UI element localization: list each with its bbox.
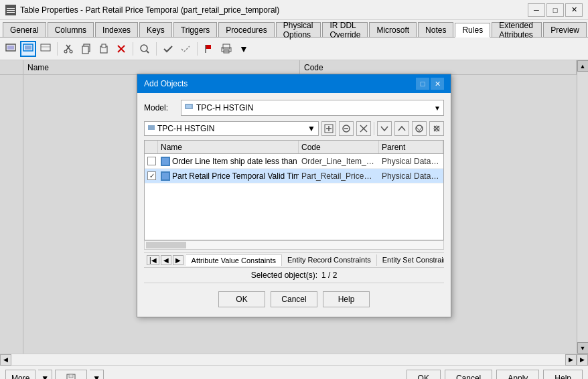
row1-name: Order Line Item ship date less than or e… — [158, 156, 299, 167]
filter-separator — [374, 122, 374, 135]
dialog-tab-attribute-value[interactable]: Attribute Value Constaints — [186, 254, 282, 266]
dialog-body: Model: TPC-H HSTGIN ▼ TPC-H HSTGIN ▼ — [137, 93, 451, 317]
toolbar-btn-2[interactable] — [20, 41, 36, 57]
tab-bar: General Columns Indexes Keys Triggers Pr… — [0, 20, 588, 37]
object-row-2[interactable]: Part Retail Price Temporal Valid Time Pa… — [145, 169, 443, 183]
tab-columns[interactable]: Columns — [48, 22, 94, 37]
title-bar: Table Properties - Part Retail Price Tem… — [0, 0, 588, 20]
object-row-1[interactable]: Order Line Item ship date less than or e… — [145, 154, 443, 169]
copy-button[interactable] — [78, 41, 94, 57]
dialog-title-bar: Add Objects □ ✕ — [137, 74, 451, 93]
filter-btn-7[interactable] — [429, 121, 444, 136]
tab-extended-attributes[interactable]: Extended Attributes — [492, 22, 542, 37]
check-button[interactable] — [160, 41, 176, 57]
filter-btn-2[interactable] — [339, 121, 354, 136]
filter-dropdown-icon: ▼ — [307, 124, 315, 133]
scroll-left-button[interactable]: ◀ — [0, 354, 11, 366]
filter-combo[interactable]: TPC-H HSTGIN ▼ — [144, 121, 319, 136]
dialog-tab-entity-record[interactable]: Entity Record Constraints — [282, 254, 377, 266]
print-button[interactable] — [218, 41, 234, 57]
help-button[interactable]: Help — [323, 291, 370, 307]
corner-button[interactable]: ▶ — [577, 354, 588, 366]
save-dropdown-button[interactable]: ▼ — [90, 370, 104, 380]
dialog-close-button[interactable]: ✕ — [431, 78, 444, 90]
row1-checkbox[interactable] — [147, 157, 156, 165]
checkbox-col-header — [145, 141, 158, 153]
main-ok-button[interactable]: OK — [407, 370, 441, 380]
dialog-title-text: Add Objects — [144, 79, 188, 88]
modal-overlay: Add Objects □ ✕ Model: TPC-H HSTGIN ▼ — [0, 60, 588, 354]
svg-rect-15 — [82, 46, 88, 54]
main-help-button[interactable]: Help — [543, 370, 583, 380]
filter-btn-5[interactable] — [394, 121, 409, 136]
tab-ir-ddl-override[interactable]: IR DDL Override — [322, 22, 368, 37]
tab-procedures[interactable]: Procedures — [218, 22, 274, 37]
tab-triggers[interactable]: Triggers — [173, 22, 218, 37]
row2-icon — [161, 171, 170, 181]
model-select[interactable]: TPC-H HSTGIN ▼ — [181, 100, 444, 116]
dialog-tab-list: Attribute Value Constaints Entity Record… — [186, 254, 444, 266]
tab-prev-button[interactable]: ◀ — [161, 255, 171, 265]
row2-checkbox[interactable] — [147, 171, 156, 180]
svg-rect-7 — [25, 46, 31, 50]
filter-btn-3[interactable] — [356, 121, 371, 136]
tab-general[interactable]: General — [3, 22, 46, 37]
ok-button[interactable]: OK — [218, 291, 265, 307]
scroll-right-button[interactable]: ▶ — [565, 354, 577, 366]
tab-next-button[interactable]: ▶ — [173, 255, 183, 265]
add-objects-dialog: Add Objects □ ✕ Model: TPC-H HSTGIN ▼ — [137, 74, 451, 317]
dialog-maximize-button[interactable]: □ — [416, 78, 429, 90]
row1-code: Order_Line_Item_shi... — [299, 156, 379, 167]
code-col-header: Code — [299, 141, 379, 153]
svg-rect-17 — [102, 44, 106, 48]
separator-4 — [197, 42, 198, 56]
uncheck-button[interactable] — [177, 41, 194, 57]
toolbar-btn-1[interactable] — [3, 41, 19, 57]
row1-icon — [161, 157, 170, 166]
tab-first-button[interactable]: |◀ — [147, 255, 159, 265]
more-dropdown-button[interactable]: ▼ — [38, 370, 52, 380]
toolbar-btn-3[interactable] — [38, 41, 54, 57]
tab-keys[interactable]: Keys — [139, 22, 172, 37]
search-button[interactable] — [137, 41, 153, 57]
horizontal-scrollbar[interactable]: ◀ ▶ ▶ — [0, 354, 588, 365]
filter-btn-1[interactable] — [321, 121, 336, 136]
paste-button[interactable] — [96, 41, 112, 57]
cut-button[interactable] — [61, 41, 77, 57]
more-actions-button[interactable]: ▼ — [236, 41, 252, 57]
tab-preview[interactable]: Preview — [543, 22, 587, 37]
model-label: Model: — [144, 103, 181, 112]
save-to-file-button[interactable] — [55, 370, 87, 380]
delete-button[interactable] — [113, 41, 129, 57]
more-button[interactable]: More — [5, 370, 35, 380]
dialog-hscroll[interactable] — [144, 240, 444, 250]
model-row: Model: TPC-H HSTGIN ▼ — [144, 100, 444, 116]
tab-physical-options[interactable]: Physical Options — [276, 22, 321, 37]
maximize-button[interactable]: □ — [546, 3, 564, 17]
svg-rect-22 — [206, 45, 211, 49]
bottom-right: OK Cancel Apply Help — [407, 370, 583, 380]
hscroll-thumb[interactable] — [146, 242, 186, 248]
minimize-button[interactable]: ─ — [528, 3, 545, 17]
dialog-tab-entity-set[interactable]: Entity Set Constrain — [377, 254, 444, 266]
main-apply-button[interactable]: Apply — [496, 370, 539, 380]
cancel-button[interactable]: Cancel — [271, 291, 317, 307]
tab-microsoft[interactable]: Microsoft — [369, 22, 417, 37]
bottom-bar: More ▼ ▼ OK Cancel Apply Help — [0, 365, 588, 379]
row1-parent: Physical Data Mod — [379, 156, 443, 167]
tab-rules[interactable]: Rules — [455, 23, 490, 37]
filter-value: TPC-H HSTGIN — [157, 124, 307, 133]
main-cancel-button[interactable]: Cancel — [445, 370, 492, 380]
svg-rect-24 — [223, 44, 230, 49]
close-button[interactable]: ✕ — [565, 3, 583, 17]
filter-btn-4[interactable] — [377, 121, 392, 136]
separator-3 — [156, 42, 157, 56]
svg-rect-1 — [7, 8, 15, 9]
dialog-tabs: |◀ ◀ ▶ Attribute Value Constaints Entity… — [144, 252, 444, 267]
filter-btn-6[interactable] — [412, 121, 427, 136]
tab-notes[interactable]: Notes — [418, 22, 453, 37]
tab-indexes[interactable]: Indexes — [95, 22, 138, 37]
model-dropdown-icon: ▼ — [434, 104, 441, 112]
row2-name: Part Retail Price Temporal Valid Time — [158, 171, 299, 181]
flag-button[interactable] — [201, 41, 217, 57]
